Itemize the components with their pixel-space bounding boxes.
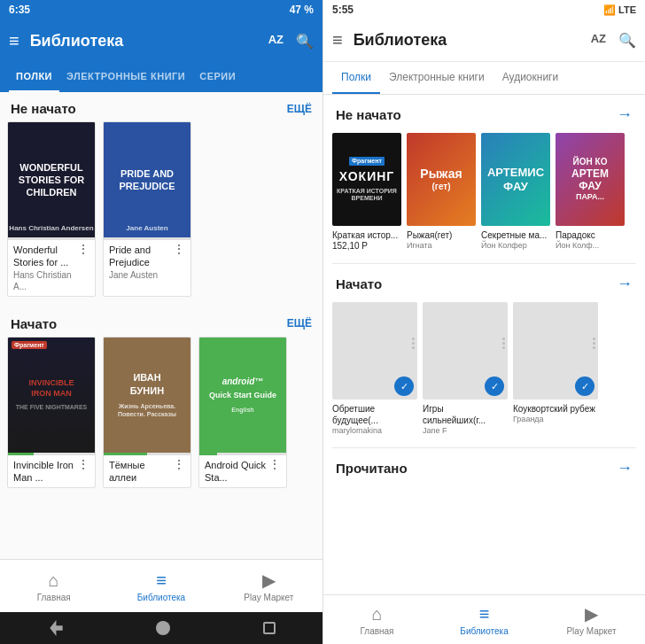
book-author-sekretnye: Йон Колфер [481, 241, 550, 250]
section-read-header-right: Прочитано → [323, 448, 645, 483]
progress-bar-pride [104, 237, 190, 240]
book-card-sekretnye[interactable]: АРТЕМИС ФАУ Секретные ма... Йон Колфер [481, 133, 550, 251]
nav-market-right[interactable]: ▶ Play Маркет [538, 595, 645, 644]
status-bar-left: 6:35 47 % [0, 0, 322, 19]
section-read-arrow-right[interactable]: → [617, 459, 633, 477]
nav-home-right[interactable]: ⌂ Главная [323, 595, 431, 644]
search-icon-right[interactable]: 🔍 [618, 32, 636, 49]
status-bar-right: 5:55 📶 LTE [323, 0, 645, 19]
section-started-header-right: Начато → [323, 264, 645, 299]
section-not-started-header: Не начато ЕЩЁ [0, 92, 322, 121]
tab-shelves-left[interactable]: ПОЛКИ [9, 62, 59, 92]
check-badge-2: ✓ [485, 376, 504, 396]
cover-text-kratkaya: Фрагмент ХОКИНГ КРАТКАЯ ИСТОРИЯВРЕМЕНИ [332, 133, 401, 226]
section-not-started-title: Не начато [11, 101, 76, 116]
books-row-started-right: ✓ Обретшие будущее(... marylomakina ✓ Иг… [323, 299, 645, 447]
library-icon-left: ≡ [156, 570, 167, 591]
time-right: 5:55 [332, 4, 354, 16]
back-button-left[interactable] [47, 620, 63, 636]
section-not-started-title-right: Не начато [336, 107, 401, 122]
tab-ebooks-right[interactable]: Электронные книги [380, 62, 493, 94]
started-title-2: Игры сильнейших(г... [423, 403, 508, 426]
section-not-started-arrow-right[interactable]: → [617, 105, 633, 124]
section-started-arrow-right[interactable]: → [617, 275, 633, 293]
book-title-android: Android Quick Sta... [205, 459, 267, 485]
books-row-not-started: WONDERFULSTORIES FORCHILDREN Hans Christ… [0, 121, 322, 307]
time-left: 6:35 [9, 4, 30, 16]
tab-audiobooks-right[interactable]: Аудиокниги [493, 62, 568, 94]
market-label-right: Play Маркет [566, 626, 616, 636]
book-cover-ivan: ИВАН БУНИН Жизнь Арсеньева. Повести. Рас… [104, 338, 190, 453]
book-info-ironman: Invincible Iron Man ... ⋮ [8, 455, 95, 488]
started-card-2[interactable]: ✓ Игры сильнейших(г... Jane F [423, 302, 508, 435]
section-started-more[interactable]: ЕЩЁ [287, 317, 312, 330]
cover-text-ivan: ИВАН БУНИН Жизнь Арсеньева. Повести. Рас… [104, 338, 190, 453]
menu-icon-right[interactable]: ≡ [332, 30, 343, 50]
started-card-1[interactable]: ✓ Обретшие будущее(... marylomakina [332, 302, 417, 435]
book-card-android[interactable]: android™ Quick Start Guide English Andro… [198, 337, 287, 489]
book-card-wonderful[interactable]: WONDERFULSTORIES FORCHILDREN Hans Christ… [7, 121, 96, 297]
home-button-left[interactable] [156, 621, 170, 635]
book-dots-pride[interactable]: ⋮ [171, 242, 185, 256]
recents-button-left[interactable] [263, 622, 276, 634]
nav-market-left[interactable]: ▶ Play Маркет [215, 560, 322, 612]
book-title-pride: Pride and Prejudice [109, 244, 171, 269]
battery-left: 47 % [290, 4, 314, 16]
book-dots-ivan[interactable]: ⋮ [171, 457, 185, 471]
book-cover-android: android™ Quick Start Guide English [199, 338, 286, 453]
book-card-kratkaya[interactable]: Фрагмент ХОКИНГ КРАТКАЯ ИСТОРИЯВРЕМЕНИ К… [332, 133, 401, 251]
cover-text-wonderful: WONDERFULSTORIES FORCHILDREN [8, 122, 95, 237]
nav-home-left[interactable]: ⌂ Главная [0, 560, 107, 612]
top-bar-left: ≡ Библиотека AZ 🔍 [0, 19, 322, 62]
book-card-ryzhaya[interactable]: Рыжая (гет) Рыжая(гет) Игната [407, 133, 476, 251]
book-dots-ironman[interactable]: ⋮ [75, 457, 89, 471]
bottom-nav-left: ⌂ Главная ≡ Библиотека ▶ Play Маркет [0, 559, 322, 612]
tab-series-left[interactable]: СЕРИИ [192, 62, 243, 92]
nav-library-right[interactable]: ≡ Библиотека [431, 595, 538, 644]
book-card-paradoks[interactable]: ЙОН КО АРТЕМ ФАУ ПАРА... Парадокс Йон Ко… [556, 133, 625, 251]
three-dots-2 [502, 338, 505, 349]
sort-icon-right[interactable]: AZ [591, 32, 606, 49]
home-icon-right: ⌂ [371, 604, 382, 625]
check-badge-1: ✓ [394, 376, 414, 396]
cover-text-paradoks: ЙОН КО АРТЕМ ФАУ ПАРА... [556, 133, 625, 226]
sort-icon-left[interactable]: AZ [268, 33, 284, 50]
tab-shelves-right[interactable]: Полки [332, 62, 380, 94]
book-info-ivan: Тёмные аллеи ⋮ [104, 455, 190, 488]
book-title-ironman: Invincible Iron Man ... [13, 459, 75, 485]
book-title-paradoks: Парадокс [556, 229, 625, 241]
cover-sekretnye: АРТЕМИС ФАУ [481, 133, 550, 226]
book-dots-android[interactable]: ⋮ [267, 457, 281, 471]
search-icon-left[interactable]: 🔍 [296, 33, 314, 50]
section-not-started-header-right: Не начато → [323, 95, 645, 129]
book-card-pride[interactable]: PRIDE ANDPREJUDICE Jane Austen Pride and… [103, 121, 191, 297]
started-card-3[interactable]: ✓ Коуквортский рубеж Граанда [513, 302, 598, 435]
home-label-right: Главная [360, 626, 393, 636]
book-card-ivan[interactable]: ИВАН БУНИН Жизнь Арсеньева. Повести. Рас… [103, 337, 191, 489]
cover-text-ironman: INVINCIBLE IRON MAN THE FIVE NIGHTMARES [8, 338, 95, 453]
progress-bar-wonderful [8, 237, 95, 240]
book-title-ryzhaya: Рыжая(гет) [407, 229, 476, 241]
menu-icon-left[interactable]: ≡ [9, 31, 19, 51]
section-not-started-more[interactable]: ЕЩЁ [287, 103, 312, 115]
library-title-left: Библиотека [30, 32, 268, 50]
library-icon-right: ≡ [479, 604, 490, 625]
book-card-ironman[interactable]: INVINCIBLE IRON MAN THE FIVE NIGHTMARES … [7, 337, 96, 489]
library-label-left: Библиотека [137, 593, 185, 602]
check-badge-3: ✓ [575, 376, 594, 396]
book-cover-wonderful: WONDERFULSTORIES FORCHILDREN Hans Christ… [8, 122, 95, 237]
book-dots-wonderful[interactable]: ⋮ [75, 242, 89, 256]
cover-text-pride: PRIDE ANDPREJUDICE [104, 122, 190, 237]
book-author-wonderful: Hans Christian A... [13, 269, 75, 292]
tab-ebooks-left[interactable]: ЭЛЕКТРОННЫЕ КНИГИ [59, 62, 192, 92]
header-icons-left: AZ 🔍 [268, 33, 314, 50]
nav-library-left[interactable]: ≡ Библиотека [107, 560, 214, 612]
started-title-3: Коуквортский рубеж [513, 403, 598, 415]
book-title-kratkaya: Краткая истор... [332, 229, 401, 241]
book-cover-ironman: INVINCIBLE IRON MAN THE FIVE NIGHTMARES … [8, 338, 95, 453]
book-author-paradoks: Йон Колф... [556, 241, 625, 250]
book-price-kratkaya: 152,10 Р [332, 241, 401, 251]
three-dots-3 [593, 338, 595, 349]
book-info-pride: Pride and Prejudice Jane Austen ⋮ [104, 240, 190, 284]
section-started-title-right: Начато [336, 276, 382, 291]
